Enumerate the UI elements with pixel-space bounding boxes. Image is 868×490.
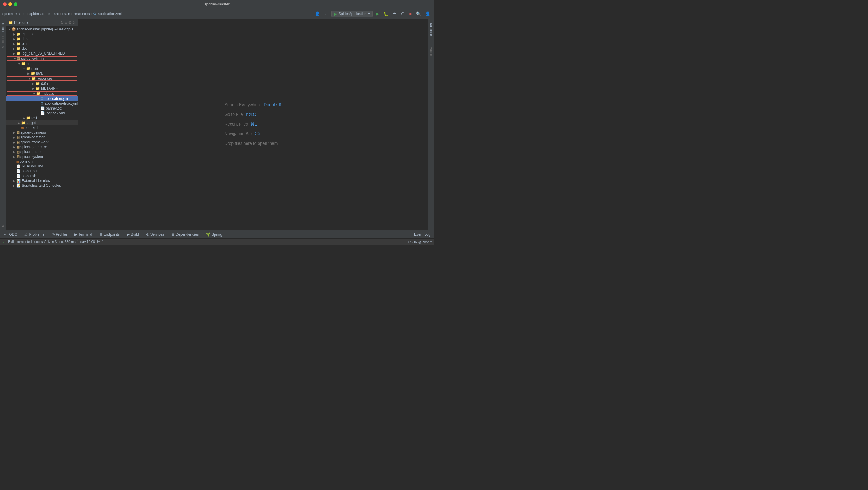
nav-user-button[interactable]: 👤 [313, 11, 321, 17]
panel-header: 📁 Project ▾ ↻ ≡ ⚙ ✕ [6, 19, 78, 26]
breadcrumb-main[interactable]: main [62, 12, 70, 16]
toolbar-dependencies-label: Dependencies [176, 232, 199, 236]
tree-test[interactable]: ▶ 📁 test [6, 116, 78, 120]
application-druid-icon: ⚙ [40, 102, 44, 106]
root-module-icon: 📦 [11, 27, 16, 31]
search-everywhere-key: Double ⇧ [264, 100, 282, 109]
run-config-label: SpiderApplication [338, 12, 367, 16]
toolbar-event-log[interactable]: Event Log [413, 232, 432, 237]
tree-spider-generator[interactable]: ▶ ▦ spider-generator [6, 145, 78, 149]
spider-common-icon: ▦ [16, 135, 20, 139]
project-tree: ▾ 📦 sprider-master [spider] ~/Desktop/sp… [6, 26, 78, 230]
minimize-button[interactable] [8, 2, 12, 6]
window-controls[interactable] [3, 2, 18, 6]
panel-title-label: Project [14, 21, 25, 25]
todo-icon: ≡ [4, 232, 6, 236]
sidebar-item-project[interactable]: Project [1, 21, 5, 33]
run-button[interactable]: ▶ [374, 10, 380, 17]
nav-back-button[interactable]: ← [323, 11, 330, 17]
application-yml-icon: ⚙ [40, 96, 44, 101]
tree-resources[interactable]: ▾ 📁 resources [7, 76, 78, 81]
nav-actions: 👤 ← ▶ SpiderApplication ▾ ▶ 🐛 ☂ ⏱ ■ 🔍 👤 [313, 10, 432, 17]
tree-idea[interactable]: ▶ 📁 .idea [6, 36, 78, 41]
toolbar-spring[interactable]: 🌱 Spring [205, 232, 223, 237]
close-button[interactable] [3, 2, 7, 6]
breadcrumb-spider-admin[interactable]: spider-admin [29, 12, 50, 16]
sidebar-item-structure[interactable]: Structure [1, 34, 5, 50]
profile-button[interactable]: ⏱ [400, 11, 406, 17]
panel-header-actions: ↻ ≡ ⚙ ✕ [61, 21, 76, 25]
goto-file-key: ⇧⌘O [245, 110, 256, 119]
sidebar-item-favorites[interactable]: ★ [1, 223, 5, 230]
breadcrumb-src[interactable]: src [54, 12, 59, 16]
tree-root[interactable]: ▾ 📦 sprider-master [spider] ~/Desktop/sp… [6, 27, 78, 32]
tree-i18n[interactable]: ▶ 📁 i18n [6, 81, 78, 86]
debug-button[interactable]: 🐛 [382, 11, 390, 17]
panel-action-1[interactable]: ↻ [61, 21, 64, 25]
tree-meta-inf[interactable]: ▶ 📁 META-INF [6, 86, 78, 91]
spider-sh-icon: 📄 [16, 174, 21, 178]
stop-button[interactable]: ■ [408, 11, 413, 17]
tree-banner[interactable]: 📄 banner.txt [6, 106, 78, 111]
user-button[interactable]: 👤 [424, 11, 432, 17]
run-config-icon: ▶ [334, 11, 337, 16]
tree-application-druid[interactable]: ⚙ application-druid.yml [6, 101, 78, 106]
root-arrow: ▾ [7, 28, 11, 31]
run-config-selector[interactable]: ▶ SpiderApplication ▾ [331, 10, 372, 17]
toolbar-terminal[interactable]: ▶ Terminal [73, 232, 93, 237]
breadcrumb-application-yml[interactable]: application.yml [98, 12, 121, 16]
search-button[interactable]: 🔍 [415, 11, 422, 17]
tree-mybatis[interactable]: ▾ 📁 mybatis [7, 91, 78, 96]
panel-title-button[interactable]: 📁 Project ▾ [8, 21, 28, 25]
tree-java[interactable]: ▶ 📁 java [6, 71, 78, 76]
breadcrumb-resources[interactable]: resources [74, 12, 90, 16]
toolbar-todo[interactable]: ≡ TODO [2, 232, 19, 237]
tree-spider-quartz[interactable]: ▶ ▦ spider-quartz [6, 149, 78, 154]
tree-bin[interactable]: ▶ 📁 bin [6, 41, 78, 46]
bin-folder-icon: 📁 [16, 41, 21, 46]
tree-pom-admin[interactable]: m pom.xml [6, 125, 78, 130]
resources-folder-icon: 📁 [31, 76, 36, 81]
toolbar-endpoints[interactable]: ⊞ Endpoints [98, 232, 121, 237]
tree-application-yml[interactable]: ⚙ application.yml [6, 96, 78, 101]
toolbar-build[interactable]: ▶ Build [126, 232, 140, 237]
panel-action-3[interactable]: ⚙ [68, 21, 71, 25]
doc-folder-icon: 📁 [16, 47, 21, 51]
tree-spider-admin[interactable]: ▾ ▦ spider-admin [7, 56, 78, 61]
tree-spider-system[interactable]: ▶ ▦ spider-system [6, 154, 78, 159]
status-right-text: CSDN @Robert [408, 240, 432, 244]
toolbar-problems[interactable]: ⚠ Problems [23, 232, 45, 237]
toolbar-dependencies[interactable]: ⊕ Dependencies [170, 232, 200, 237]
tree-spider-framework[interactable]: ▶ ▦ spider-framework [6, 140, 78, 145]
tree-spider-common[interactable]: ▶ ▦ spider-common [6, 135, 78, 140]
readme-icon: 📋 [16, 164, 21, 168]
tree-github[interactable]: ▶ 📁 .github [6, 32, 78, 36]
tree-logback[interactable]: 📄 logback.xml [6, 111, 78, 116]
maximize-button[interactable] [14, 2, 18, 6]
tree-target[interactable]: ▶ 📁 target [6, 120, 78, 125]
toolbar-services[interactable]: ⊙ Services [145, 232, 165, 237]
tree-spider-bat[interactable]: 📄 spider.bat [6, 169, 78, 173]
tree-spider-sh[interactable]: 📄 spider.sh [6, 173, 78, 178]
panel-action-2[interactable]: ≡ [65, 21, 67, 25]
editor-empty-state: Search Everywhere Double ⇧ Go to File ⇧⌘… [224, 100, 282, 149]
right-panel-database[interactable]: Database [429, 21, 433, 38]
tree-spider-business[interactable]: ▶ ▦ spider-business [6, 130, 78, 135]
tree-ext-libs[interactable]: ▶ 📊 External Libraries [6, 178, 78, 183]
tree-readme[interactable]: 📋 README.md [6, 164, 78, 169]
tree-pom-root[interactable]: m pom.xml [6, 159, 78, 164]
right-panel-maven[interactable]: Maven [429, 45, 433, 58]
breadcrumb-sprider-master[interactable]: sprider-master [2, 12, 26, 16]
coverage-button[interactable]: ☂ [392, 11, 398, 17]
tree-doc[interactable]: ▶ 📁 doc [6, 46, 78, 51]
tree-log-path[interactable]: ▶ 📁 log_path_JS_UNDEFINED [6, 51, 78, 56]
tree-scratches[interactable]: ▶ 📝 Scratches and Consoles [6, 183, 78, 188]
panel-action-4[interactable]: ✕ [73, 21, 76, 25]
search-everywhere-label: Search Everywhere [224, 100, 261, 109]
logback-icon: 📄 [40, 111, 45, 115]
window-title: sprider-master [204, 2, 230, 6]
toolbar-profiler[interactable]: ◷ Profiler [50, 232, 68, 237]
idea-folder-icon: 📁 [16, 37, 21, 41]
tree-src[interactable]: ▾ 📁 src [6, 61, 78, 66]
tree-main[interactable]: ▾ 📁 main [6, 66, 78, 71]
